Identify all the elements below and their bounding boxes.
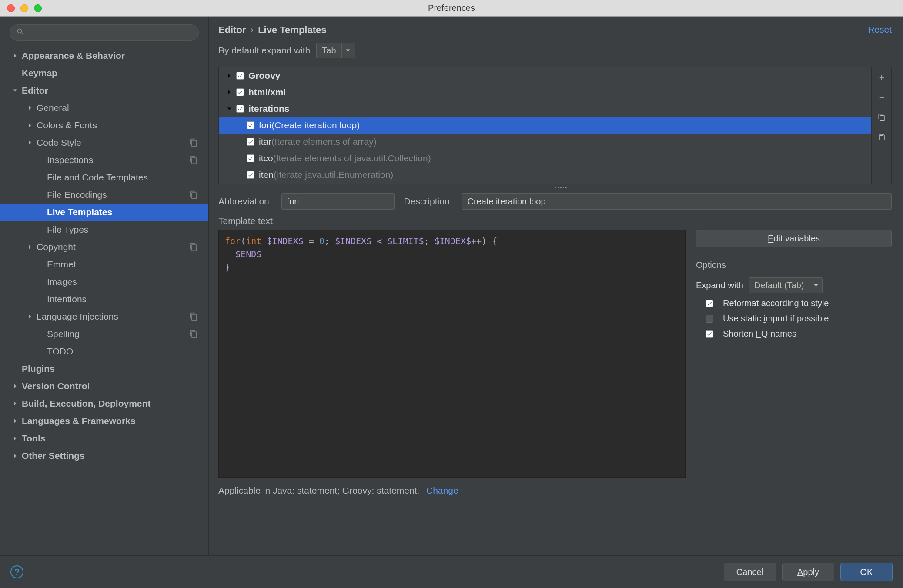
sidebar-item-label: Emmet xyxy=(47,259,76,270)
ok-button[interactable]: OK xyxy=(840,563,893,581)
sidebar-item-label: Tools xyxy=(22,433,45,444)
disclosure-right-icon xyxy=(26,243,34,251)
titlebar: Preferences xyxy=(0,0,903,17)
disclosure-right-icon xyxy=(11,452,19,460)
options-expand-label: Expand with xyxy=(696,281,743,291)
sidebar-item[interactable]: Inspections xyxy=(0,151,208,169)
template-desc: (Iterate elements of java.util.Collectio… xyxy=(273,153,431,164)
chevron-down-icon xyxy=(341,43,355,58)
sidebar-item[interactable]: Build, Execution, Deployment xyxy=(0,395,208,412)
applicable-text: Applicable in Java: statement; Groovy: s… xyxy=(218,485,419,495)
sidebar-item[interactable]: File Encodings xyxy=(0,186,208,204)
shorten-fq-checkbox[interactable] xyxy=(706,330,713,338)
sidebar-item[interactable]: Plugins xyxy=(0,360,208,378)
minimize-window-icon[interactable] xyxy=(20,4,28,12)
sidebar-item[interactable]: Live Templates xyxy=(0,204,208,221)
sidebar-item-label: File Encodings xyxy=(47,190,107,200)
reformat-checkbox[interactable] xyxy=(706,300,713,307)
close-window-icon[interactable] xyxy=(7,4,15,12)
scheme-icon xyxy=(189,190,198,199)
sidebar-item[interactable]: Version Control xyxy=(0,378,208,395)
disclosure-right-icon xyxy=(11,434,19,442)
sidebar-item-label: Language Injections xyxy=(37,311,118,322)
templates-tree[interactable]: Groovyhtml/xmliterationsfori (Create ite… xyxy=(218,67,872,184)
sidebar-item-label: Build, Execution, Deployment xyxy=(22,398,150,409)
template-row[interactable]: Groovy xyxy=(219,67,871,84)
sidebar-item[interactable]: Appearance & Behavior xyxy=(0,47,208,64)
sidebar-item[interactable]: Colors & Fonts xyxy=(0,117,208,134)
edit-variables-button[interactable]: Edit variables xyxy=(696,230,892,247)
templates-toolbar xyxy=(872,67,892,184)
abbreviation-input[interactable] xyxy=(281,193,395,210)
sidebar-item[interactable]: Tools xyxy=(0,430,208,447)
template-desc: (Iterate elements of array) xyxy=(271,137,377,147)
template-row[interactable]: itco (Iterate elements of java.util.Coll… xyxy=(219,150,871,167)
applicable-contexts: Applicable in Java: statement; Groovy: s… xyxy=(218,485,686,496)
template-row[interactable]: itar (Iterate elements of array) xyxy=(219,134,871,150)
cancel-button[interactable]: Cancel xyxy=(724,563,776,581)
scheme-icon xyxy=(189,138,198,147)
template-row[interactable]: iterations xyxy=(219,100,871,117)
template-checkbox[interactable] xyxy=(247,171,254,179)
sidebar-item[interactable]: Images xyxy=(0,273,208,291)
template-row[interactable]: html/xml xyxy=(219,84,871,100)
breadcrumb-sep: › xyxy=(251,24,254,35)
template-checkbox[interactable] xyxy=(247,121,254,129)
sidebar-item-label: Languages & Frameworks xyxy=(22,416,135,426)
apply-button[interactable]: Apply xyxy=(782,563,834,581)
template-row[interactable]: fori (Create iteration loop) xyxy=(219,117,871,134)
add-button[interactable] xyxy=(872,67,891,87)
sidebar-item[interactable]: Intentions xyxy=(0,291,208,308)
scheme-icon xyxy=(189,330,198,338)
sidebar-item[interactable]: File Types xyxy=(0,221,208,238)
static-import-checkbox[interactable] xyxy=(706,315,713,323)
options-expand-select[interactable]: Default (Tab) xyxy=(749,277,823,293)
template-checkbox[interactable] xyxy=(236,88,244,96)
breadcrumb: Editor › Live Templates xyxy=(218,24,326,36)
sidebar-item-label: Keymap xyxy=(22,68,57,78)
paste-button[interactable] xyxy=(872,127,891,147)
sidebar-item-label: File Types xyxy=(47,224,88,235)
template-label: itar xyxy=(259,137,271,147)
copy-button[interactable] xyxy=(872,107,891,127)
template-desc: (Iterate java.util.Enumeration) xyxy=(274,170,393,180)
sidebar-item[interactable]: Emmet xyxy=(0,256,208,273)
disclosure-right-icon xyxy=(11,382,19,390)
help-button[interactable]: ? xyxy=(10,565,23,578)
sidebar-item[interactable]: Copyright xyxy=(0,238,208,256)
search-field[interactable] xyxy=(10,24,199,41)
sidebar-item[interactable]: File and Code Templates xyxy=(0,169,208,186)
sidebar-item-label: Colors & Fonts xyxy=(37,120,97,130)
sidebar-item[interactable]: Editor xyxy=(0,82,208,99)
change-link[interactable]: Change xyxy=(426,485,458,495)
template-code-editor[interactable]: for(int $INDEX$ = 0; $INDEX$ < $LIMIT$; … xyxy=(218,230,686,478)
search-input[interactable] xyxy=(28,28,192,37)
sidebar-item[interactable]: Other Settings xyxy=(0,447,208,464)
template-text-label: Template text: xyxy=(218,216,892,226)
sidebar-item-label: Code Style xyxy=(37,137,81,148)
scheme-icon xyxy=(189,243,198,251)
template-row[interactable]: iten (Iterate java.util.Enumeration) xyxy=(219,167,871,183)
dialog-footer: ? Cancel Apply OK xyxy=(0,555,903,588)
template-checkbox[interactable] xyxy=(247,138,254,146)
reset-link[interactable]: Reset xyxy=(868,24,892,36)
template-checkbox[interactable] xyxy=(247,154,254,162)
window-title: Preferences xyxy=(428,3,475,13)
zoom-window-icon[interactable] xyxy=(34,4,42,12)
window-controls xyxy=(7,4,42,12)
sidebar-item[interactable]: Code Style xyxy=(0,134,208,151)
description-input[interactable] xyxy=(462,193,892,210)
sidebar-item[interactable]: General xyxy=(0,99,208,117)
sidebar-item[interactable]: Keymap xyxy=(0,64,208,82)
scheme-icon xyxy=(189,312,198,321)
template-checkbox[interactable] xyxy=(236,72,244,80)
sidebar-item[interactable]: TODO xyxy=(0,343,208,360)
sidebar-item[interactable]: Languages & Frameworks xyxy=(0,412,208,430)
resizer-handle[interactable] xyxy=(552,186,569,189)
expand-select[interactable]: Tab xyxy=(316,43,355,58)
remove-button[interactable] xyxy=(872,87,891,107)
disclosure-down-icon xyxy=(225,104,234,113)
sidebar-item[interactable]: Spelling xyxy=(0,325,208,343)
template-checkbox[interactable] xyxy=(236,105,244,113)
sidebar-item[interactable]: Language Injections xyxy=(0,308,208,325)
